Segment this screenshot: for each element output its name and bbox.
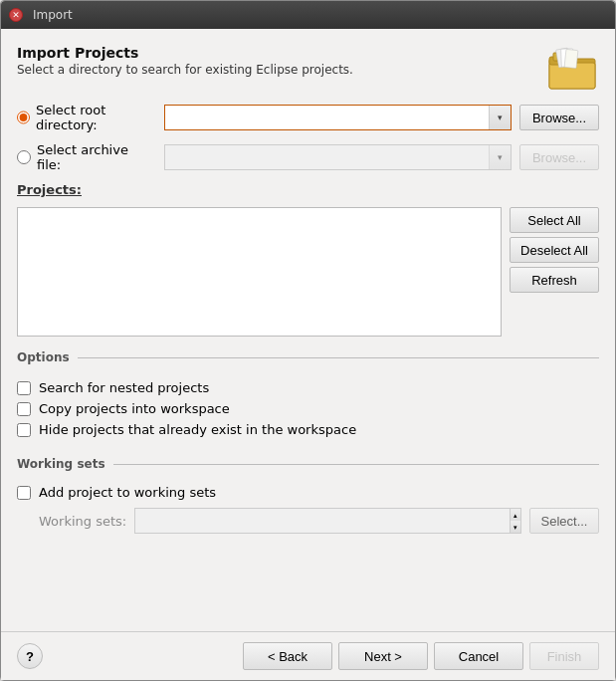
folder-icon: [547, 45, 599, 93]
working-sets-spinner: ▴ ▾: [510, 509, 520, 533]
working-sets-divider: Working sets: [17, 457, 599, 471]
deselect-all-button[interactable]: Deselect All: [510, 237, 599, 263]
working-sets-combo: ▴ ▾: [134, 508, 521, 534]
projects-buttons: Select All Deselect All Refresh: [510, 207, 599, 337]
header-row: Import Projects Select a directory to se…: [17, 45, 599, 93]
close-button[interactable]: ✕: [9, 8, 23, 22]
options-section: Search for nested projects Copy projects…: [17, 374, 599, 443]
page-subtitle: Select a directory to search for existin…: [17, 63, 353, 77]
working-sets-down-btn: ▾: [511, 521, 520, 533]
add-working-sets-checkbox[interactable]: [17, 486, 31, 500]
root-dir-input[interactable]: [165, 109, 489, 127]
archive-radio[interactable]: [17, 150, 31, 164]
root-dir-radio-label[interactable]: Select root directory:: [17, 103, 156, 132]
nested-projects-row[interactable]: Search for nested projects: [17, 380, 599, 395]
projects-area: Select All Deselect All Refresh: [17, 207, 599, 337]
import-dialog: ✕ Import Import Projects Select a direct…: [0, 0, 616, 681]
archive-radio-label[interactable]: Select archive file:: [17, 142, 156, 172]
nested-projects-checkbox[interactable]: [17, 381, 31, 395]
back-button[interactable]: < Back: [243, 642, 332, 670]
hide-projects-row[interactable]: Hide projects that already exist in the …: [17, 422, 599, 437]
root-dir-dropdown-btn[interactable]: ▾: [489, 106, 511, 129]
add-to-working-sets-row[interactable]: Add project to working sets: [17, 485, 599, 500]
archive-dropdown-btn: ▾: [489, 145, 511, 169]
window-title: Import: [33, 8, 73, 22]
options-divider-line: [78, 357, 599, 358]
titlebar: ✕ Import: [1, 1, 615, 29]
hide-projects-checkbox[interactable]: [17, 423, 31, 437]
working-sets-input-row: Working sets: ▴ ▾ Select...: [17, 508, 599, 534]
copy-projects-row[interactable]: Copy projects into workspace: [17, 401, 599, 416]
copy-projects-checkbox[interactable]: [17, 402, 31, 416]
root-dir-radio[interactable]: [17, 111, 30, 124]
root-dir-row: Select root directory: ▾ Browse...: [17, 103, 599, 132]
archive-input: [165, 148, 489, 167]
projects-section-label: Projects:: [17, 182, 599, 197]
select-all-button[interactable]: Select All: [510, 207, 599, 233]
svg-rect-6: [564, 49, 578, 68]
options-divider: Options: [17, 350, 599, 364]
dialog-content: Import Projects Select a directory to se…: [1, 29, 615, 631]
spacer: [17, 548, 599, 615]
next-button[interactable]: Next >: [338, 642, 428, 670]
page-title: Import Projects: [17, 45, 353, 61]
root-browse-button[interactable]: Browse...: [519, 105, 599, 130]
refresh-button[interactable]: Refresh: [510, 267, 599, 293]
header-text: Import Projects Select a directory to se…: [17, 45, 353, 77]
working-sets-select-button: Select...: [529, 508, 599, 534]
help-button[interactable]: ?: [17, 643, 43, 669]
working-sets-up-btn: ▴: [511, 509, 520, 521]
working-sets-divider-line: [113, 464, 599, 465]
archive-combo: ▾: [164, 144, 512, 170]
archive-browse-button: Browse...: [519, 144, 599, 170]
finish-button[interactable]: Finish: [529, 642, 599, 670]
projects-list[interactable]: [17, 207, 502, 337]
root-dir-combo[interactable]: ▾: [164, 105, 512, 130]
archive-row: Select archive file: ▾ Browse...: [17, 142, 599, 172]
working-sets-section: Add project to working sets Working sets…: [17, 481, 599, 538]
cancel-button[interactable]: Cancel: [434, 642, 523, 670]
working-sets-input: [135, 512, 510, 531]
bottom-bar: ? < Back Next > Cancel Finish: [1, 631, 615, 680]
